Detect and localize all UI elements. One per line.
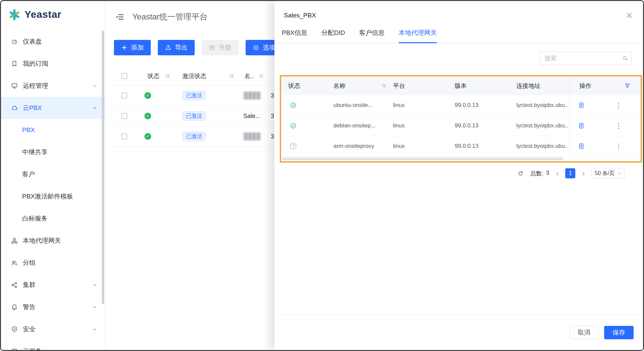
prev-page-icon[interactable]: ‹ [556, 169, 559, 178]
activation-badge: 已激活 [182, 132, 206, 141]
export-button[interactable]: 导出 [158, 40, 195, 55]
gateway-version: 99.0.0.13 [455, 143, 478, 150]
cancel-button[interactable]: 取消 [570, 326, 598, 339]
highlight-annotation: 状态 名称 平台 版本 连接地址 操作 ubuntu-onsite... lin… [280, 75, 642, 163]
remote-management-icon [11, 82, 18, 90]
tab-local-proxy-gateway[interactable]: 本地代理网关 [399, 28, 437, 43]
row-count: 3 [271, 113, 274, 120]
more-actions-icon[interactable]: ⋮ [615, 122, 622, 130]
page-size-select[interactable]: 50 条/页 [591, 168, 625, 179]
search-icon[interactable] [381, 83, 387, 89]
tab-pbx-info[interactable]: PBX信息 [282, 28, 307, 43]
status-active-icon: ✓ [144, 92, 151, 99]
cluster-icon [11, 281, 18, 289]
page-number[interactable]: 1 [565, 168, 575, 178]
gateway-address: lyctest.byoipbx.ubu... [516, 122, 569, 129]
report-icon[interactable] [578, 143, 585, 150]
sidebar-item-local-proxy-gateway[interactable]: 本地代理网关 [1, 230, 105, 252]
status-ok-icon [290, 122, 297, 129]
more-actions-icon[interactable]: ⋮ [615, 101, 622, 109]
upgrade-button[interactable]: 升级 [202, 40, 239, 55]
refresh-icon[interactable] [517, 170, 524, 177]
sidebar-item-label: 本地代理网关 [23, 236, 61, 245]
pbx-name: Sale... [243, 113, 260, 120]
status-ok-icon [290, 102, 297, 109]
select-all-checkbox[interactable] [121, 73, 127, 79]
tab-assign-did[interactable]: 分配DID [321, 28, 345, 43]
sidebar-item-cluster[interactable]: 集群 [1, 274, 105, 296]
row-checkbox[interactable] [121, 93, 127, 99]
chevron-down-icon [617, 171, 622, 176]
row-checkbox[interactable] [121, 133, 127, 139]
chevron-down-icon [92, 282, 98, 288]
filter-icon[interactable] [624, 83, 631, 89]
chevron-down-icon [92, 327, 98, 332]
search-icon[interactable] [259, 73, 264, 79]
sidebar-item-groups[interactable]: 分组 [1, 252, 105, 274]
bell-icon [11, 303, 18, 311]
yeastar-logo-icon [8, 8, 21, 21]
page-title: Yeastar统一管理平台 [132, 11, 208, 22]
gateway-row[interactable]: ubuntu-onsite... linux 99.0.0.13 lyctest… [281, 95, 641, 116]
detail-drawer: Sales_PBX PBX信息 分配DID 客户信息 本地代理网关 状态 名称 … [274, 1, 643, 350]
drawer-header: Sales_PBX [274, 1, 643, 19]
drawer-footer: 取消 保存 [274, 314, 643, 350]
sidebar-item-customers[interactable]: 客户 [1, 163, 105, 185]
sidebar-item-label: 仪表盘 [23, 37, 42, 46]
gateway-name: arm-onsiteproxy [333, 143, 374, 150]
sidebar-nav: 仪表盘 我的订阅 远程管理 云PBX PBX 中继共享 [1, 31, 105, 350]
gateway-platform: linux [393, 102, 405, 109]
report-icon[interactable] [578, 102, 585, 109]
sidebar-item-label: 安全 [23, 325, 36, 334]
scrollbar-track [281, 157, 641, 161]
close-icon[interactable] [626, 12, 633, 19]
add-button-label: 添加 [131, 43, 144, 52]
sidebar-item-label: 客户 [22, 170, 35, 179]
sidebar-item-cloud-pbx[interactable]: 云PBX [1, 97, 105, 119]
more-actions-icon[interactable]: ⋮ [615, 142, 622, 150]
next-page-icon[interactable]: › [582, 169, 585, 178]
sidebar-item-white-label-service[interactable]: 白标服务 [1, 208, 105, 230]
sidebar-item-label: PBX [22, 126, 35, 134]
sidebar-item-pbx-activation-email-template[interactable]: PBX激活邮件模板 [1, 185, 105, 208]
options-icon [253, 44, 259, 51]
sidebar-item-label: 警告 [23, 303, 36, 311]
horizontal-scrollbar[interactable] [282, 158, 563, 160]
sidebar-item-security[interactable]: 安全 [1, 318, 105, 340]
gateway-name: ubuntu-onsite... [333, 102, 373, 109]
dashboard-icon [11, 38, 18, 45]
sidebar-item-remote-management[interactable]: 远程管理 [1, 75, 105, 97]
fixed-column-divider [570, 76, 570, 157]
search-icon[interactable] [622, 55, 628, 61]
sidebar-scrollbar[interactable] [102, 31, 104, 304]
gateway-row[interactable]: ? arm-onsiteproxy linux 99.0.0.13 lyctes… [281, 136, 641, 157]
sidebar-item-dashboard[interactable]: 仪表盘 [1, 31, 105, 53]
search-icon[interactable] [165, 73, 171, 79]
tab-customer-info[interactable]: 客户信息 [359, 28, 385, 43]
save-button[interactable]: 保存 [604, 326, 634, 339]
sidebar-item-pbx[interactable]: PBX [1, 119, 105, 141]
row-count: 3 [271, 133, 274, 140]
sidebar-item-alerts[interactable]: 警告 [1, 296, 105, 318]
report-icon[interactable] [578, 122, 585, 129]
gateway-version: 99.0.0.13 [455, 102, 478, 109]
sidebar-item-subscriptions[interactable]: 我的订阅 [1, 53, 105, 75]
sidebar-item-cloud-services[interactable]: 云服务 [1, 340, 105, 350]
row-count: 3 [271, 92, 274, 99]
gateway-row[interactable]: debian-onsitep... linux 99.0.0.13 lyctes… [281, 116, 641, 136]
column-version: 版本 [455, 82, 467, 90]
add-button[interactable]: 添加 [114, 40, 151, 55]
column-actions: 操作 [579, 82, 591, 90]
sidebar-item-label: 白标服务 [22, 214, 48, 223]
app-window: Yeastar 仪表盘 我的订阅 远程管理 云PBX PBX [0, 0, 644, 351]
search-icon[interactable] [229, 73, 235, 79]
collapse-sidebar-icon[interactable] [115, 12, 124, 21]
search-row [274, 52, 632, 65]
search-input[interactable] [539, 52, 632, 65]
row-checkbox[interactable] [121, 113, 127, 119]
cloud-box-icon [11, 348, 18, 350]
sidebar-item-label: 集群 [23, 281, 36, 289]
sidebar-item-label: 云PBX [23, 104, 42, 112]
sidebar-item-trunk-sharing[interactable]: 中继共享 [1, 141, 105, 163]
chevron-up-icon [92, 105, 98, 111]
